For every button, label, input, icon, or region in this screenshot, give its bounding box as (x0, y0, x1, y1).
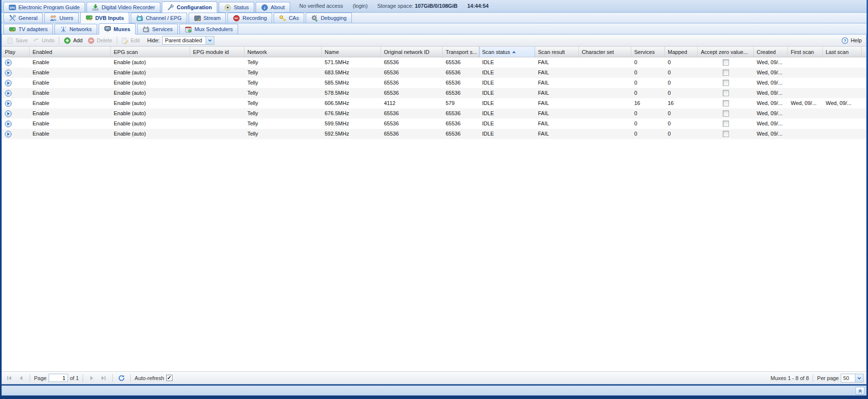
table-row[interactable]: EnableEnable (auto)Telly676.5MHz65536655… (2, 108, 866, 119)
save-button[interactable]: Save (4, 36, 30, 45)
last-page-button[interactable] (99, 373, 108, 383)
auto-refresh-checkbox[interactable]: ✓ (166, 375, 173, 381)
prev-page-button[interactable] (16, 373, 26, 383)
col-header-epg-scan[interactable]: EPG scan (111, 47, 190, 57)
cell-scan-result: FAIL (535, 119, 579, 129)
col-header-first-scan[interactable]: First scan (788, 47, 823, 57)
col-header-last-scan[interactable]: Last scan (823, 47, 862, 57)
table-row[interactable]: EnableEnable (auto)Telly606.5MHz4112579I… (2, 98, 866, 108)
next-page-button[interactable] (87, 373, 97, 383)
tab-cas[interactable]: CAs (274, 13, 304, 23)
col-header-mapped[interactable]: Mapped (665, 47, 698, 57)
tab-general[interactable]: General (3, 13, 43, 23)
clock: 14:44:54 (467, 3, 488, 9)
col-header-name[interactable]: Name (322, 47, 381, 57)
add-icon (64, 37, 71, 44)
tab-about[interactable]: iAbout (256, 2, 290, 12)
cell-enabled: Enable (30, 78, 111, 88)
accept-zero-checkbox[interactable] (723, 80, 729, 86)
login-link[interactable]: (login) (353, 3, 368, 9)
play-icon[interactable] (4, 79, 12, 87)
chevron-down-icon[interactable] (855, 374, 863, 382)
col-header-label: Services (634, 49, 655, 55)
tab-electronic-program-guide[interactable]: EPGElectronic Program Guide (3, 2, 85, 12)
accept-zero-checkbox[interactable] (723, 110, 729, 117)
cell-name: 606.5MHz (322, 98, 381, 108)
hide-select[interactable]: Parent disabled (162, 36, 214, 45)
play-icon[interactable] (4, 110, 12, 118)
cell-created: Wed, 09/... (754, 129, 788, 139)
col-header-scan-result[interactable]: Scan result (535, 47, 579, 57)
cell-epg-scan: Enable (auto) (111, 108, 190, 119)
col-header-created[interactable]: Created (754, 47, 788, 57)
table-row[interactable]: EnableEnable (auto)Telly592.5MHz65536655… (2, 129, 866, 139)
cell-play (2, 108, 30, 119)
cell-enabled: Enable (30, 98, 111, 108)
refresh-button[interactable] (117, 373, 126, 383)
cell-epg-scan: Enable (auto) (111, 98, 190, 108)
cell-enabled: Enable (30, 108, 111, 119)
first-page-button[interactable] (4, 373, 14, 383)
accept-zero-checkbox[interactable] (723, 121, 729, 127)
table-row[interactable]: EnableEnable (auto)Telly585.5MHz65536655… (2, 78, 866, 88)
help-button[interactable]: ? Help (839, 36, 864, 45)
col-header-tsid[interactable]: Transport s... (443, 47, 479, 57)
cell-services: 0 (631, 108, 665, 119)
cell-charset (579, 108, 631, 119)
col-header-play[interactable]: Play (2, 47, 30, 57)
col-header-charset[interactable]: Character set (579, 47, 631, 57)
tab-muxes[interactable]: Muxes (99, 23, 136, 35)
col-header-scan-status[interactable]: Scan status (479, 47, 535, 57)
table-row[interactable]: EnableEnable (auto)Telly599.5MHz65536655… (2, 119, 866, 129)
per-page-select[interactable]: 50 (841, 374, 864, 382)
tab-status[interactable]: Status (219, 2, 254, 12)
accept-zero-checkbox[interactable] (723, 59, 729, 66)
tab-users[interactable]: Users (44, 13, 79, 23)
collapse-panel-button[interactable] (855, 387, 865, 395)
col-header-epg-module[interactable]: EPG module id (190, 47, 244, 57)
accept-zero-checkbox[interactable] (723, 131, 729, 137)
col-header-services[interactable]: Services (631, 47, 665, 57)
col-header-accept-zero[interactable]: Accept zero value... (698, 47, 754, 57)
play-icon[interactable] (4, 89, 12, 97)
col-header-enabled[interactable]: Enabled (30, 47, 111, 57)
play-icon[interactable] (4, 69, 12, 77)
network-icon (60, 26, 67, 33)
edit-button[interactable]: Edit (119, 36, 142, 45)
table-row[interactable]: EnableEnable (auto)Telly571.5MHz65536655… (2, 57, 866, 68)
undo-button[interactable]: Undo (30, 36, 57, 45)
about-icon: i (261, 4, 268, 11)
cell-network: Telly (244, 88, 322, 98)
add-button[interactable]: Add (61, 36, 85, 45)
tab-dvb-inputs[interactable]: DVB Inputs (80, 12, 129, 23)
tab-configuration[interactable]: Configuration (162, 1, 217, 13)
cell-created: Wed, 09/... (754, 108, 788, 119)
tab-services[interactable]: Services (137, 24, 178, 34)
tab-tv-adapters[interactable]: TV adapters (3, 24, 53, 34)
play-icon[interactable] (4, 100, 12, 107)
cell-tsid: 65536 (443, 88, 479, 98)
cell-enabled: Enable (30, 68, 111, 78)
table-row[interactable]: EnableEnable (auto)Telly578.5MHz65536655… (2, 88, 866, 98)
delete-button[interactable]: Delete (85, 36, 115, 45)
accept-zero-checkbox[interactable] (723, 100, 729, 106)
page-input[interactable] (49, 374, 68, 382)
tab-channel-epg[interactable]: Channel / EPG (131, 13, 187, 23)
col-header-network[interactable]: Network (244, 47, 322, 57)
status-icon (224, 4, 231, 11)
chevron-down-icon[interactable] (206, 36, 214, 44)
play-icon[interactable] (4, 120, 12, 128)
tab-networks[interactable]: Networks (54, 24, 97, 34)
tab-debugging[interactable]: Debugging (306, 13, 352, 23)
tab-digital-video-recorder[interactable]: Digital Video Recorder (87, 2, 160, 12)
play-icon[interactable] (4, 130, 12, 138)
table-row[interactable]: EnableEnable (auto)Telly683.5MHz65536655… (2, 68, 866, 78)
col-header-label: Network (247, 49, 267, 55)
accept-zero-checkbox[interactable] (723, 69, 729, 76)
tab-mux-schedulers[interactable]: Mux Schedulers (179, 24, 238, 34)
col-header-onid[interactable]: Original network ID (381, 47, 443, 57)
tab-recording[interactable]: RECRecording (227, 13, 272, 23)
tab-stream[interactable]: Stream (189, 13, 226, 23)
play-icon[interactable] (4, 59, 12, 67)
accept-zero-checkbox[interactable] (723, 90, 729, 96)
